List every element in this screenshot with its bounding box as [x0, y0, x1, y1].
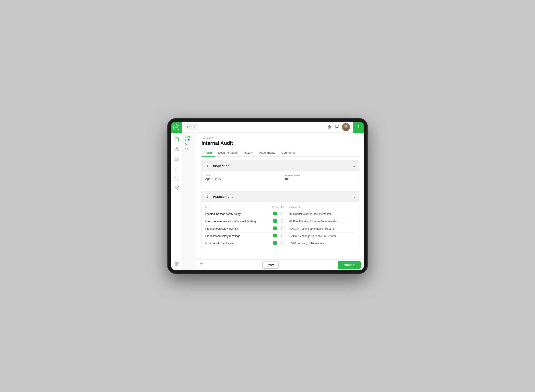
row-5-item: Mock recall compliance — [205, 242, 271, 245]
section-inspection-header[interactable]: 1 Inspection ⌄ — [202, 160, 359, 171]
submit-button[interactable]: Submit — [338, 261, 361, 269]
svg-point-15 — [175, 177, 177, 178]
assessment-table: Item Pass Fail Comment Located the food … — [205, 205, 355, 247]
tab-comments[interactable]: Comments — [278, 149, 299, 157]
sidebar — [171, 133, 183, 271]
row-2-fail[interactable] — [279, 219, 287, 224]
tab-form[interactable]: Form — [202, 149, 215, 157]
pass-checkbox-checked[interactable] — [273, 219, 277, 223]
store-number-field: Store Number 1035 — [285, 174, 355, 182]
tab-actions — [325, 123, 353, 131]
row-3-comment: HACCP Training up to date in Reports — [287, 227, 355, 230]
pass-checkbox-checked[interactable] — [273, 241, 277, 245]
section-2-chevron: ⌄ — [353, 194, 355, 199]
row-4-fail[interactable] — [279, 234, 287, 238]
section-assessment-header[interactable]: 2 Assessment ⌄ — [202, 191, 359, 202]
sidebar-item-users[interactable] — [173, 174, 181, 183]
user-avatar[interactable] — [342, 123, 350, 131]
pass-checkbox-checked[interactable] — [273, 234, 277, 238]
menu-icon[interactable]: ☰ — [200, 263, 203, 267]
active-tab[interactable]: For ✕ — [185, 124, 198, 130]
left-panel-submitted[interactable]: Sub — [185, 147, 194, 151]
row-4-item: Proof of food safety meetings — [205, 234, 271, 238]
left-panel-drafts[interactable]: Dra — [185, 142, 194, 147]
row-5-fail[interactable] — [279, 241, 287, 246]
row-3-pass[interactable] — [271, 227, 279, 231]
row-1-pass[interactable] — [271, 212, 279, 216]
row-5-pass[interactable] — [271, 241, 279, 246]
form-header: Form #13015 Internal Audit Form Document… — [196, 133, 364, 157]
section-2-title: Assessment — [213, 195, 232, 198]
fail-checkbox-unchecked[interactable] — [281, 241, 285, 245]
tablet-frame: For ✕ — [167, 118, 368, 274]
tab-bar: For ✕ — [182, 124, 325, 130]
date-label: Date — [205, 174, 276, 177]
section-inspection-body: Date April 5, 2022 Store Number 1035 — [202, 171, 359, 187]
store-number-value[interactable]: 1035 — [285, 177, 355, 182]
sidebar-item-chart[interactable] — [173, 164, 181, 173]
sidebar-item-settings[interactable] — [173, 260, 181, 268]
row-2-pass[interactable] — [271, 219, 279, 224]
col-item-header: Item — [205, 206, 271, 209]
row-2-item: Meets requirements for risk-based thinki… — [205, 220, 271, 223]
sidebar-item-calendar[interactable] — [173, 135, 181, 143]
table-row: Proof of food safety training HACCP Trai… — [205, 225, 355, 233]
col-fail-header: Fail — [279, 206, 287, 209]
main-layout: Tem All M Dra Sub Form #13015 — [171, 133, 364, 271]
sidebar-item-send[interactable] — [173, 184, 181, 192]
pass-checkbox-checked[interactable] — [273, 212, 277, 215]
row-1-comment: 01 Manual folder in Documentation — [287, 212, 355, 216]
attachment-icon[interactable] — [328, 125, 332, 130]
table-row: Located the food safety policy 01 Manual… — [205, 210, 355, 218]
svg-point-18 — [176, 263, 177, 265]
section-assessment-body: Item Pass Fail Comment Located the food … — [202, 202, 359, 250]
section-1-title: Inspection — [213, 164, 230, 168]
tab-documentation[interactable]: Documentation — [215, 149, 241, 157]
close-tab-button[interactable]: ✕ — [193, 126, 196, 129]
row-1-fail[interactable] — [279, 212, 287, 216]
table-row: Meets requirements for risk-based thinki… — [205, 218, 355, 225]
app-logo — [171, 121, 182, 133]
left-panel: Tem All M Dra Sub — [183, 133, 196, 271]
row-3-item: Proof of food safety training — [205, 227, 271, 230]
row-5-comment: 100% recovery in 10 minutes — [287, 242, 355, 245]
table-row: Proof of food safety meetings HACCP Meet… — [205, 233, 355, 240]
row-1-item: Located the food safety policy — [205, 212, 271, 216]
tab-label: For — [187, 125, 191, 129]
svg-point-8 — [176, 149, 177, 150]
retire-button[interactable]: Retire — [262, 261, 279, 269]
form-tabs: Form Documentation History Attachments C… — [202, 149, 359, 157]
svg-point-2 — [344, 125, 348, 128]
fail-checkbox-unchecked[interactable] — [281, 234, 285, 238]
col-pass-header: Pass — [271, 206, 279, 209]
section-1-number: 1 — [205, 163, 210, 168]
tab-history[interactable]: History — [241, 149, 256, 157]
row-3-fail[interactable] — [279, 227, 287, 231]
row-2-comment: 05 Risk Planning folder in Documentation — [287, 220, 355, 223]
fail-checkbox-unchecked[interactable] — [281, 212, 285, 215]
bottom-bar: ☰ Retire Submit — [196, 259, 364, 271]
form-body: 1 Inspection ⌄ Date April 5, 2022 — [196, 157, 364, 259]
pass-checkbox-checked[interactable] — [273, 227, 277, 230]
form-number: Form #13015 — [202, 137, 359, 140]
col-comment-header: Comment — [287, 206, 355, 209]
date-field: Date April 5, 2022 — [205, 174, 276, 182]
table-row: Mock recall compliance 100% recovery in … — [205, 240, 355, 247]
tab-attachments[interactable]: Attachments — [256, 149, 278, 157]
sidebar-item-camera[interactable] — [173, 145, 181, 153]
notification-count: 1 — [358, 125, 360, 129]
sidebar-item-document[interactable] — [173, 154, 181, 163]
section-2-number: 2 — [205, 194, 210, 199]
row-4-comment: HACCP Meetings up to date in Reports — [287, 234, 355, 238]
date-value[interactable]: April 5, 2022 — [205, 177, 276, 182]
tablet-screen: For ✕ — [171, 121, 364, 271]
svg-rect-4 — [175, 138, 178, 141]
fail-checkbox-unchecked[interactable] — [281, 219, 285, 223]
left-panel-all[interactable]: All M — [185, 138, 194, 142]
comment-icon[interactable] — [335, 125, 339, 130]
section-1-chevron: ⌄ — [353, 164, 355, 168]
fail-checkbox-unchecked[interactable] — [281, 227, 285, 230]
section-assessment: 2 Assessment ⌄ Item Pass Fail — [202, 191, 359, 250]
form-title: Internal Audit — [202, 140, 359, 146]
row-4-pass[interactable] — [271, 234, 279, 238]
